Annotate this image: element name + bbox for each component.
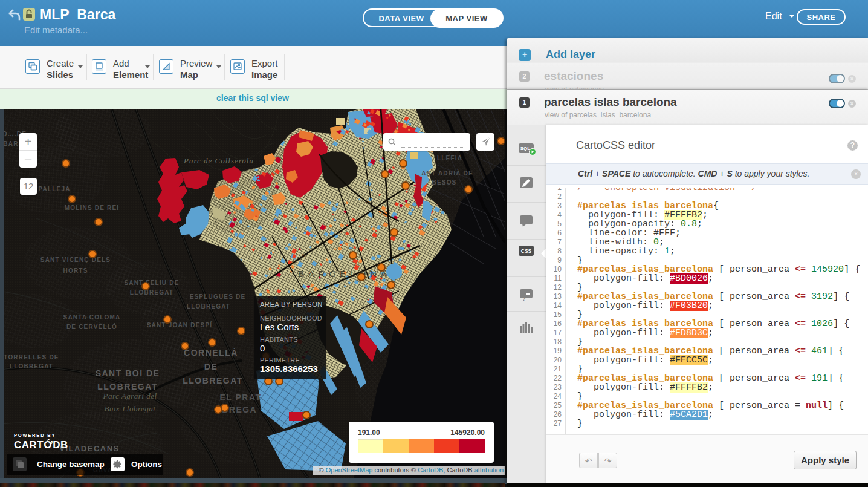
svg-text:VILADECANS: VILADECANS — [59, 444, 120, 453]
svg-text:DE CERVELLÓ: DE CERVELLÓ — [66, 323, 117, 330]
svg-text:SANT JOAN DESPÍ: SANT JOAN DESPÍ — [147, 321, 213, 328]
svg-text:LLOBREGAT: LLOBREGAT — [187, 303, 230, 310]
svg-text:SQL: SQL — [520, 146, 531, 151]
svg-text:TORRELLES DE: TORRELLES DE — [4, 354, 59, 361]
svg-text:CSS: CSS — [521, 248, 532, 254]
svg-text:SANTA COLOMA: SANTA COLOMA — [63, 314, 121, 321]
svg-text:Baix Llobregat: Baix Llobregat — [105, 404, 156, 413]
svg-text:ANT ADRIÀ DE: ANT ADRIÀ DE — [421, 169, 473, 177]
svg-text:Parc de Collserola: Parc de Collserola — [183, 156, 254, 165]
svg-text:BESOS: BESOS — [432, 179, 456, 186]
svg-text:CORNELLÀ: CORNELLÀ — [184, 348, 238, 358]
svg-text:HORTS: HORTS — [63, 267, 88, 274]
svg-text:BAR: BAR — [3, 140, 18, 147]
svg-text:LLOBREGAT: LLOBREGAT — [130, 289, 173, 296]
svg-text:BARCELONA: BARCELONA — [298, 269, 391, 279]
svg-text:SANT FELIU DE: SANT FELIU DE — [124, 279, 179, 286]
svg-text:EL PRAT: EL PRAT — [219, 393, 261, 402]
svg-text:MOLINS DE REI: MOLINS DE REI — [65, 204, 120, 211]
svg-text:Parc Agrari del: Parc Agrari del — [102, 391, 157, 400]
svg-text:LLOBREGAT: LLOBREGAT — [183, 376, 243, 385]
svg-text:SANT VICENÇ DELS: SANT VICENÇ DELS — [40, 257, 111, 263]
svg-text:LLOBREGAT: LLOBREGAT — [10, 363, 53, 370]
svg-text:?: ? — [522, 296, 526, 302]
svg-text:LLEFIA: LLEFIA — [437, 155, 462, 162]
svg-text:DE: DE — [204, 362, 218, 371]
svg-text:SANT BOI DE: SANT BOI DE — [96, 368, 160, 378]
svg-text:ESPLUGUES DE: ESPLUGUES DE — [190, 293, 246, 300]
svg-text:LLOBREGAT: LLOBREGAT — [97, 382, 158, 391]
svg-text:PALLEJA: PALLEJA — [38, 186, 70, 192]
